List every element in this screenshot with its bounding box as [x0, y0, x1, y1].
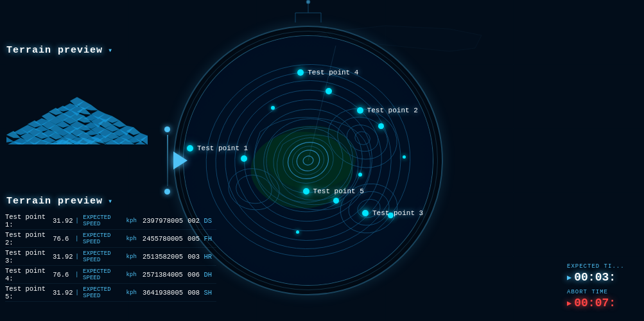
table-row: Test point 1: 31.92 | EXPECTED SPEED kph…	[5, 212, 216, 230]
expected-time-number: 00:03:	[574, 271, 616, 284]
connector-dot-top	[164, 126, 170, 132]
table-row: Test point 4: 76.6 | EXPECTED SPEED kph …	[5, 266, 216, 284]
expected-time-value: ▶ 00:03:	[567, 271, 638, 284]
radar-dot-small-3	[296, 230, 299, 234]
expected-time-label: EXPECTED TI...	[567, 263, 638, 270]
terrain-preview-top: Terrain preview ▾	[0, 45, 180, 144]
right-panel: EXPECTED TI... ▶ 00:03: ABORT TIME ▶ 00:…	[561, 257, 644, 321]
expected-time-section: EXPECTED TI... ▶ 00:03:	[567, 263, 638, 284]
connector-dot-bottom	[164, 189, 170, 195]
terrain-header-top: Terrain preview ▾	[0, 45, 180, 56]
radar-dot-small-1	[271, 106, 275, 110]
play-icon: ▶	[567, 273, 571, 282]
terrain-preview-bottom: Terrain preview ▾ Test point 1: 31.92 | …	[0, 196, 222, 302]
terrain-3d-display	[6, 61, 148, 144]
terrain-header-bottom: Terrain preview ▾	[0, 196, 222, 207]
arrow-connector-left	[164, 126, 170, 195]
data-table: Test point 1: 31.92 | EXPECTED SPEED kph…	[0, 212, 222, 302]
radar-dot-tp2	[378, 123, 384, 129]
abort-play-icon: ▶	[567, 299, 571, 308]
abort-time-number: 00:07:	[574, 297, 616, 309]
table-row: Test point 3: 31.92 | EXPECTED SPEED kph…	[5, 248, 216, 266]
chevron-down-icon-bottom[interactable]: ▾	[108, 196, 112, 206]
table-row: Test point 5: 31.92 | EXPECTED SPEED kph…	[5, 284, 216, 302]
arrow-right-icon	[173, 152, 187, 169]
terrain-title-top: Terrain preview	[6, 45, 103, 56]
arrow-right-container	[173, 152, 187, 169]
abort-time-section: ABORT TIME ▶ 00:07:	[567, 289, 638, 309]
circuit-decoration-top	[276, 0, 340, 29]
terrain-canvas	[6, 61, 148, 144]
abort-time-label: ABORT TIME	[567, 289, 638, 295]
radar-dot-tp5	[333, 198, 339, 204]
chevron-down-icon-top[interactable]: ▾	[108, 46, 112, 55]
table-row: Test point 2: 76.6 | EXPECTED SPEED kph …	[5, 230, 216, 248]
svg-point-38	[306, 0, 310, 4]
connector-line-vertical	[167, 135, 168, 186]
abort-time-value: ▶ 00:07:	[567, 297, 638, 309]
terrain-title-bottom: Terrain preview	[6, 196, 103, 207]
